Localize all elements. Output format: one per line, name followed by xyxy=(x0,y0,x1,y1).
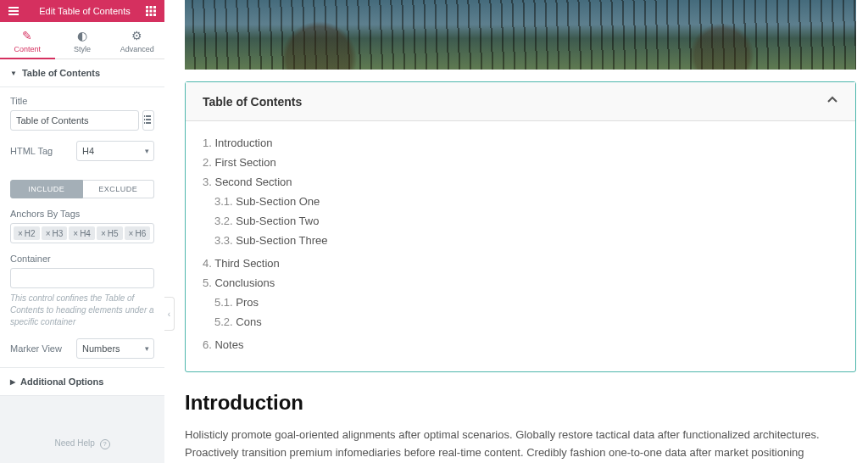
tab-style[interactable]: ◐ Style xyxy=(55,22,110,59)
svg-rect-2 xyxy=(153,6,156,8)
marker-view-label: Marker View xyxy=(10,343,62,354)
preview-pane: Table of Contents IntroductionFirst Sect… xyxy=(185,0,856,463)
exclude-toggle[interactable]: EXCLUDE xyxy=(83,180,155,198)
hero-image xyxy=(185,0,856,70)
toc-widget: Table of Contents IntroductionFirst Sect… xyxy=(185,81,856,372)
tag-h2[interactable]: ×H2 xyxy=(14,226,40,240)
svg-rect-5 xyxy=(153,10,156,13)
contrast-icon: ◐ xyxy=(55,29,110,42)
toc-title: Table of Contents xyxy=(203,95,302,109)
section-label: Table of Contents xyxy=(22,68,100,78)
toc-subitem[interactable]: Sub-Section Two xyxy=(214,211,838,231)
section-additional-options[interactable]: ▶ Additional Options xyxy=(0,367,164,396)
svg-rect-1 xyxy=(150,6,153,8)
tag-h3[interactable]: ×H3 xyxy=(42,226,68,240)
container-label: Container xyxy=(10,254,154,264)
menu-icon[interactable] xyxy=(7,4,20,18)
toc-subitem[interactable]: Pros xyxy=(214,293,838,312)
svg-rect-7 xyxy=(150,14,153,16)
toc-item[interactable]: Introduction xyxy=(203,133,838,153)
html-tag-label: HTML Tag xyxy=(10,146,53,156)
sidebar-header: Edit Table of Contents xyxy=(0,0,164,22)
toc-body: IntroductionFirst SectionSecond SectionS… xyxy=(186,121,855,371)
anchors-tags-input[interactable]: ×H2×H3×H4×H5×H6 xyxy=(10,223,154,243)
apps-icon[interactable] xyxy=(144,4,158,18)
gear-icon: ⚙ xyxy=(109,29,164,42)
pencil-icon: ✎ xyxy=(0,29,55,42)
svg-rect-4 xyxy=(150,10,153,13)
dynamic-tags-button[interactable] xyxy=(142,110,154,131)
include-toggle[interactable]: INCLUDE xyxy=(10,180,83,198)
sidebar-collapse-handle[interactable]: ‹ xyxy=(164,297,175,331)
tab-advanced[interactable]: ⚙ Advanced xyxy=(109,22,164,59)
toc-item[interactable]: Second SectionSub-Section OneSub-Section… xyxy=(203,172,838,254)
section-label: Additional Options xyxy=(20,377,103,387)
sidebar-footer: Need Help ? xyxy=(0,425,164,463)
toc-item[interactable]: Notes xyxy=(203,335,838,354)
tag-h6[interactable]: ×H6 xyxy=(125,226,151,240)
caret-right-icon: ▶ xyxy=(10,378,15,386)
tab-content[interactable]: ✎ Content xyxy=(0,22,55,59)
panel-include-exclude: INCLUDE EXCLUDE Anchors By Tags ×H2×H3×H… xyxy=(0,180,164,367)
editor-tabs: ✎ Content ◐ Style ⚙ Advanced xyxy=(0,22,164,59)
container-hint: This control confines the Table of Conte… xyxy=(10,293,154,328)
caret-down-icon: ▼ xyxy=(10,70,17,77)
help-link[interactable]: Need Help ? xyxy=(54,438,109,448)
svg-rect-6 xyxy=(146,14,148,16)
toc-subitem[interactable]: Sub-Section One xyxy=(214,192,838,211)
tab-label: Advanced xyxy=(120,45,154,53)
toc-item[interactable]: Third Section xyxy=(203,254,838,273)
container-input[interactable] xyxy=(10,268,154,288)
title-input[interactable] xyxy=(10,110,139,131)
svg-rect-8 xyxy=(153,14,156,16)
tag-h4[interactable]: ×H4 xyxy=(69,226,95,240)
toc-item[interactable]: First Section xyxy=(203,153,838,172)
marker-view-select[interactable]: Numbers xyxy=(76,338,154,359)
section-toc[interactable]: ▼ Table of Contents xyxy=(0,59,164,87)
svg-rect-0 xyxy=(146,6,148,8)
tab-label: Content xyxy=(14,45,42,53)
article-body: Holisticly promote goal-oriented alignme… xyxy=(185,427,856,463)
title-label: Title xyxy=(10,96,154,106)
panel-toc: Title HTML Tag H4 xyxy=(0,87,164,180)
svg-rect-3 xyxy=(146,10,148,13)
toc-subitem[interactable]: Cons xyxy=(214,312,838,332)
toc-header: Table of Contents xyxy=(186,82,855,121)
tab-label: Style xyxy=(74,45,91,53)
article-heading: Introduction xyxy=(185,391,856,415)
tag-h5[interactable]: ×H5 xyxy=(97,226,123,240)
toc-subitem[interactable]: Sub-Section Three xyxy=(214,231,838,250)
anchors-label: Anchors By Tags xyxy=(10,209,154,219)
editor-sidebar: Edit Table of Contents ✎ Content ◐ Style… xyxy=(0,0,164,463)
toc-collapse-button[interactable] xyxy=(826,94,838,109)
toc-item[interactable]: ConclusionsProsCons xyxy=(203,273,838,335)
header-title: Edit Table of Contents xyxy=(25,6,144,16)
html-tag-select[interactable]: H4 xyxy=(76,141,154,161)
help-icon: ? xyxy=(100,439,110,449)
